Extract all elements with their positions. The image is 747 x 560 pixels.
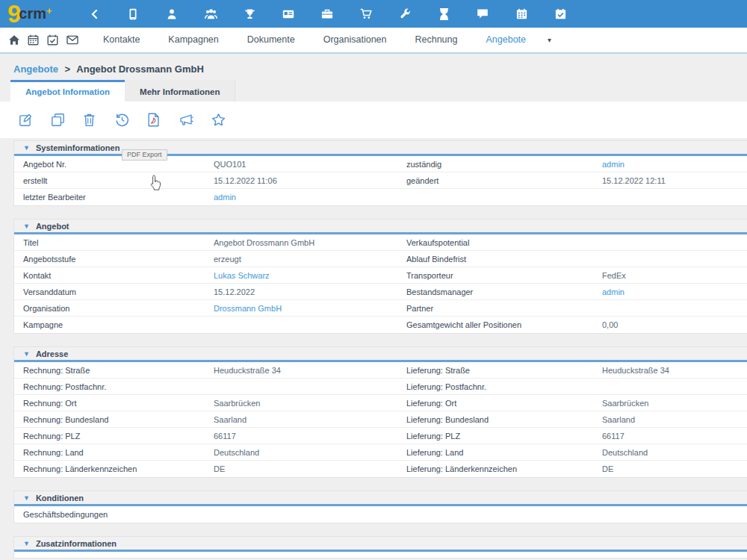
id-card-icon[interactable]: [276, 5, 301, 23]
breadcrumb-current: Angebot Drossmann GmbH: [76, 63, 203, 75]
module-nav: Kontakte Kampagnen Dokumente Organisatio…: [0, 28, 747, 54]
field-label: Kampagne: [23, 320, 214, 329]
field-row: erstellt 15.12.2022 11:06 geändert 15.12…: [14, 172, 747, 189]
users-icon[interactable]: [199, 5, 223, 23]
field-value-link[interactable]: admin: [214, 193, 406, 202]
nav-item-kampagnen[interactable]: Kampagnen: [154, 28, 232, 52]
nav-item-dokumente[interactable]: Dokumente: [233, 28, 309, 52]
field-row: letzter Bearbeiter admin: [14, 189, 747, 205]
collapse-triangle-icon: ▼: [23, 223, 30, 230]
field-row: Rechnung: Ort Saarbrücken Lieferung: Ort…: [14, 395, 747, 411]
field-value: Deutschland: [602, 448, 747, 457]
field-value: Heuduckstraße 34: [602, 366, 747, 375]
calendar-icon[interactable]: [27, 34, 40, 46]
announce-icon[interactable]: [179, 113, 193, 127]
field-row: Rechnung: Straße Heuduckstraße 34 Liefer…: [14, 362, 747, 379]
breadcrumb-link-angebote[interactable]: Angebote: [13, 63, 58, 75]
field-value-link[interactable]: Drossmann GmbH: [214, 304, 406, 313]
tab-mehr-informationen[interactable]: Mehr Informationen: [125, 80, 235, 102]
tab-bar: Angebot Information Mehr Informationen: [0, 80, 747, 102]
section-header-konditionen[interactable]: ▼ Konditionen: [14, 491, 747, 506]
mail-icon[interactable]: [66, 34, 78, 46]
user-icon[interactable]: [160, 5, 185, 23]
field-row: Rechnung: Länderkennzeichen DE Lieferung…: [14, 461, 747, 477]
field-value: Saarland: [602, 415, 747, 424]
field-label: Rechnung: Ort: [23, 399, 214, 408]
topbar: 9crm+: [0, 0, 747, 28]
field-label: Geschäftsbedingungen: [23, 510, 214, 519]
section-header-adresse[interactable]: ▼ Adresse: [14, 347, 747, 362]
pdf-export-tooltip: PDF Export: [122, 149, 167, 161]
topbar-icon-strip: [82, 5, 573, 23]
trophy-icon[interactable]: [238, 5, 262, 23]
section-zusatzinformationen: ▼ Zusatzinformationen: [13, 536, 747, 559]
field-label: Transporteur: [406, 271, 602, 280]
field-label: Lieferung: Ort: [406, 399, 602, 408]
field-label: Rechnung: PLZ: [23, 432, 214, 441]
nav-item-kontakte[interactable]: Kontakte: [89, 28, 154, 52]
field-row: Organisation Drossmann GmbH Partner: [14, 300, 747, 317]
favorite-icon[interactable]: [211, 113, 226, 127]
field-row: Titel Angebot Drossmann GmbH Verkaufspot…: [14, 234, 747, 251]
field-value: 15.12.2022: [214, 287, 406, 296]
nav-item-organisationen[interactable]: Organisationen: [309, 28, 401, 52]
section-header-zusatzinformationen[interactable]: ▼ Zusatzinformationen: [14, 537, 747, 552]
field-label: Rechnung: Land: [23, 448, 214, 457]
hourglass-icon[interactable]: [432, 5, 456, 23]
pdf-export-icon[interactable]: [147, 113, 161, 127]
field-row: Versanddatum 15.12.2022 Bestandsmanager …: [14, 284, 747, 300]
tab-angebot-information[interactable]: Angebot Information: [10, 80, 125, 102]
wrench-icon[interactable]: [393, 5, 418, 23]
field-label: Organisation: [23, 304, 214, 313]
breadcrumb-separator: >: [65, 63, 71, 75]
field-value-link[interactable]: admin: [602, 287, 747, 296]
history-icon[interactable]: [115, 113, 129, 127]
field-label: Rechnung: Bundesland: [23, 415, 214, 424]
field-label: Ablauf Bindefrist: [406, 255, 602, 264]
field-label: Rechnung: Straße: [23, 366, 214, 375]
field-label: Verkaufspotential: [406, 238, 602, 247]
field-value-link[interactable]: Lukas Schwarz: [214, 271, 406, 280]
section-header-angebot[interactable]: ▼ Angebot: [14, 220, 747, 234]
nav-item-rechnung[interactable]: Rechnung: [400, 28, 471, 52]
field-value: 15.12.2022 11:06: [214, 176, 406, 185]
app-logo[interactable]: 9crm+: [7, 3, 52, 25]
section-title: Adresse: [36, 349, 68, 358]
calendar-check-icon[interactable]: [548, 5, 573, 23]
cart-icon[interactable]: [354, 5, 379, 23]
field-label: Titel: [23, 238, 214, 247]
logo-plus: +: [46, 5, 52, 16]
field-row: Rechnung: Bundesland Saarland Lieferung:…: [14, 411, 747, 428]
delete-icon[interactable]: [83, 113, 97, 127]
nav-item-angebote[interactable]: Angebote: [471, 28, 540, 52]
edit-icon[interactable]: [19, 113, 33, 127]
field-label: geändert: [406, 176, 602, 185]
collapse-triangle-icon: ▼: [23, 350, 30, 358]
field-label: Angebotsstufe: [23, 255, 214, 264]
field-value-link[interactable]: admin: [602, 160, 747, 169]
field-value: Saarbrücken: [214, 399, 406, 408]
page-content: Angebote > Angebot Drossmann GmbH Angebo…: [0, 54, 747, 559]
field-value: Saarland: [214, 415, 406, 424]
section-angebot: ▼ Angebot Titel Angebot Drossmann GmbH V…: [13, 219, 747, 334]
calendar-icon[interactable]: [509, 5, 534, 23]
field-row: Rechnung: Land Deutschland Lieferung: La…: [14, 444, 747, 461]
field-label: erstellt: [23, 176, 214, 185]
collapse-triangle-icon: ▼: [23, 144, 30, 152]
duplicate-icon[interactable]: [51, 113, 65, 127]
field-label: Lieferung: Postfachnr.: [406, 382, 602, 391]
calendar-check-icon[interactable]: [46, 34, 59, 46]
field-value: DE: [214, 464, 406, 473]
field-label: Kontakt: [23, 271, 214, 280]
chevron-down-icon[interactable]: ▾: [540, 36, 559, 44]
tablet-icon[interactable]: [121, 5, 146, 23]
chevron-left-icon[interactable]: [82, 5, 107, 23]
field-label: Lieferung: PLZ: [406, 432, 602, 441]
section-title: Konditionen: [36, 494, 84, 503]
briefcase-icon[interactable]: [315, 5, 340, 23]
chat-icon[interactable]: [471, 5, 495, 23]
field-value: 15.12.2022 12:11: [602, 176, 747, 185]
section-konditionen: ▼ Konditionen Geschäftsbedingungen: [13, 491, 747, 523]
field-value: 0,00: [602, 320, 747, 329]
home-icon[interactable]: [7, 34, 20, 46]
